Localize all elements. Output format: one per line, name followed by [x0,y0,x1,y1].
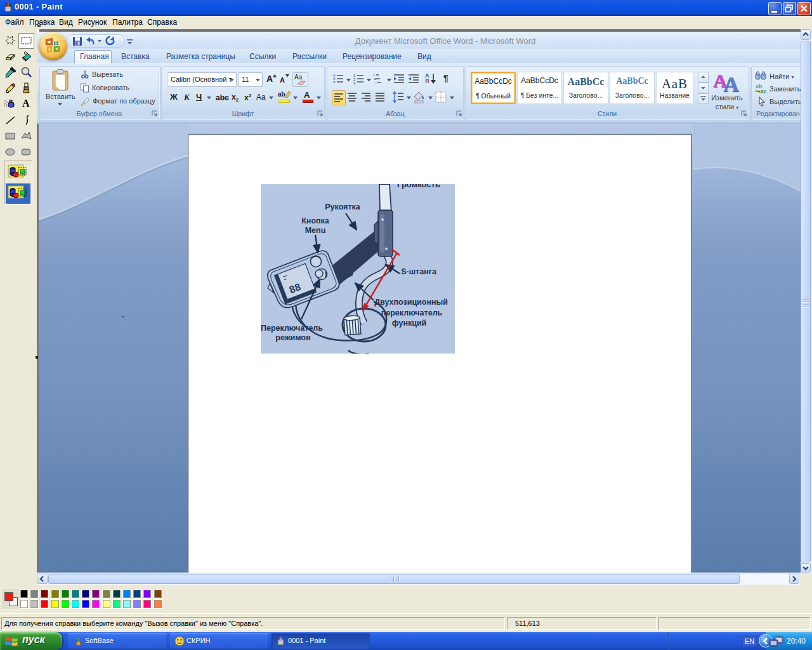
svg-text:режимов: режимов [275,333,311,342]
svg-text:i: i [376,81,376,84]
svg-text:переключатель: переключатель [381,308,443,317]
svg-text:Двухпозиционный: Двухпозиционный [374,298,448,307]
svg-text:Кнопка: Кнопка [301,216,330,225]
svg-text:S-штанга: S-штанга [401,267,437,276]
svg-text:Переключатель: Переключатель [261,324,323,333]
svg-text:3: 3 [353,81,356,85]
svg-text:Рукоятка: Рукоятка [325,202,361,211]
svg-text:Menu: Menu [305,226,326,235]
svg-text:Громкость: Громкость [397,184,440,189]
svg-text:функций: функций [392,319,427,328]
